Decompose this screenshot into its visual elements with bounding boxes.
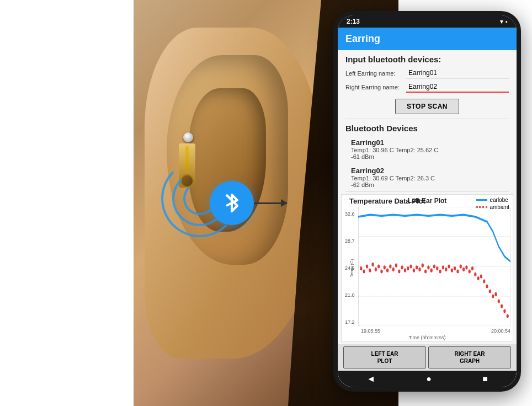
divider-2 [345, 191, 509, 192]
svg-point-23 [407, 266, 409, 270]
x-axis-labels: 19:05:55 20:00:54 [361, 328, 510, 334]
svg-point-46 [474, 273, 476, 276]
status-bar: 2:13 ▾ ▪ [338, 15, 517, 28]
y-min: 17.2 [345, 319, 355, 325]
svg-point-34 [439, 269, 441, 273]
svg-point-57 [507, 314, 509, 318]
earring-stud [183, 132, 193, 142]
scene: 2:13 ▾ ▪ Earring Input bluetooth devices… [0, 0, 532, 406]
svg-point-31 [430, 269, 433, 273]
left-earring-label: Left Earring name: [345, 70, 406, 77]
svg-point-21 [401, 265, 403, 269]
svg-point-20 [398, 269, 400, 273]
bt-device-1: Earring01 Temp1: 30.96 C Temp2: 25.62 C … [338, 135, 517, 163]
svg-point-38 [451, 269, 453, 273]
svg-point-49 [483, 279, 485, 283]
y-max: 32.6 [345, 211, 355, 217]
svg-point-29 [424, 269, 427, 273]
app-bar: Earring [338, 28, 517, 50]
bt-device-2-signal: -62 dBm [351, 181, 509, 188]
svg-point-56 [503, 309, 506, 313]
bt-device-1-name: Earring01 [351, 138, 509, 147]
svg-point-33 [436, 266, 438, 270]
svg-point-50 [486, 284, 488, 288]
svg-point-27 [418, 268, 421, 271]
back-button[interactable]: ◄ [366, 374, 375, 384]
svg-point-41 [460, 264, 462, 268]
y-mid1: 28.7 [345, 238, 355, 244]
bt-device-2-name: Earring02 [351, 167, 509, 175]
bottom-buttons: LEFT EARPLOT RIGHT EARGRAPH [338, 344, 517, 371]
svg-point-43 [465, 265, 467, 269]
legend-blue-line [476, 199, 487, 201]
bluetooth-section [210, 181, 287, 225]
svg-point-30 [427, 265, 429, 269]
svg-point-16 [386, 269, 389, 273]
svg-point-40 [456, 269, 459, 273]
bt-device-1-details: Temp1: 30.96 C Temp2: 25.62 C [351, 147, 509, 153]
svg-point-19 [395, 264, 397, 268]
svg-point-47 [477, 276, 479, 280]
left-earring-row: Left Earring name: [338, 66, 517, 80]
legend-earlobe-label: earlobe [490, 197, 508, 203]
bt-device-1-signal: -61 dBm [351, 153, 509, 160]
svg-point-44 [469, 269, 471, 273]
right-earring-label: Right Earring name: [345, 84, 406, 90]
svg-point-15 [384, 265, 386, 269]
x-start: 19:05:55 [361, 328, 380, 334]
svg-point-7 [360, 266, 362, 270]
bt-device-2: Earring02 Temp1: 30.69 C Temp2: 26.3 C -… [338, 163, 517, 191]
bt-devices-title: Bluetooth Devices [338, 119, 517, 135]
svg-point-35 [442, 265, 444, 269]
svg-point-13 [377, 264, 380, 268]
svg-point-32 [433, 264, 435, 268]
recent-button[interactable]: ■ [482, 374, 488, 384]
home-button[interactable]: ● [426, 374, 432, 384]
left-ear-plot-button[interactable]: LEFT EARPLOT [343, 346, 426, 368]
svg-point-18 [392, 268, 395, 271]
svg-point-25 [413, 269, 415, 273]
svg-point-42 [462, 268, 465, 271]
svg-point-12 [375, 268, 377, 271]
svg-point-48 [480, 274, 482, 278]
svg-point-45 [471, 266, 474, 270]
bt-input-title: Input bluetooth devices: [338, 50, 517, 66]
svg-point-9 [366, 264, 368, 268]
chart-area: Temperature Data Plot Left Ear Plot earl… [341, 194, 513, 342]
svg-point-26 [416, 265, 418, 269]
svg-point-52 [492, 294, 494, 298]
bluetooth-circle [210, 181, 254, 225]
svg-point-51 [489, 289, 491, 293]
x-axis-title: Time (hh:mm:ss) [408, 335, 445, 340]
left-earring-input[interactable] [406, 68, 509, 78]
phone-outer: 2:13 ▾ ▪ Earring Input bluetooth devices… [333, 11, 521, 392]
phone-nav-bar: ◄ ● ■ [338, 371, 517, 387]
svg-point-8 [363, 269, 365, 273]
svg-point-10 [369, 269, 371, 273]
chart-svg [358, 207, 510, 326]
right-ear-graph-button[interactable]: RIGHT EARGRAPH [428, 346, 511, 368]
svg-point-11 [371, 263, 374, 266]
svg-point-39 [454, 266, 456, 270]
svg-point-36 [445, 268, 447, 271]
right-earring-input[interactable] [406, 82, 509, 93]
svg-point-22 [404, 269, 406, 273]
phone-screen: 2:13 ▾ ▪ Earring Input bluetooth devices… [338, 15, 517, 387]
status-time: 2:13 [347, 18, 360, 25]
arrow-line [254, 202, 287, 204]
y-mid3: 21.0 [345, 292, 355, 298]
battery-icon: ▪ [506, 18, 508, 25]
y-axis-title: Temp (C) [349, 259, 354, 277]
stop-scan-button[interactable]: STOP SCAN [395, 99, 459, 114]
svg-point-54 [498, 299, 500, 303]
svg-point-24 [409, 264, 412, 268]
svg-point-53 [494, 292, 497, 296]
phone-container: 2:13 ▾ ▪ Earring Input bluetooth devices… [333, 11, 521, 392]
x-end: 20:00:54 [491, 328, 510, 334]
status-icons: ▾ ▪ [500, 18, 508, 25]
chart-subtitle: Left Ear Plot [408, 197, 447, 205]
phone-content: Input bluetooth devices: Left Earring na… [338, 50, 517, 371]
svg-point-14 [380, 269, 382, 273]
right-earring-row: Right Earring name: [338, 80, 517, 94]
bt-device-2-details: Temp1: 30.69 C Temp2: 26.3 C [351, 175, 509, 181]
